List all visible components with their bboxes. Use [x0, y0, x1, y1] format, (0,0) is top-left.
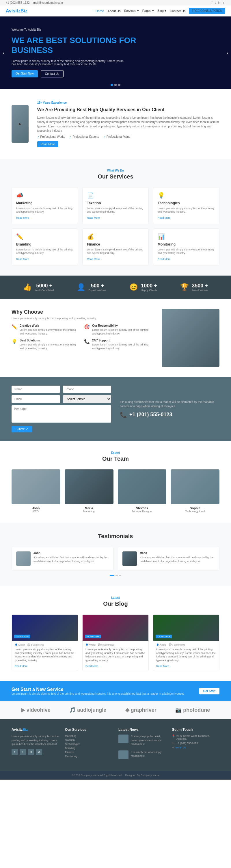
- social-links[interactable]: f t in yt: [210, 1, 225, 4]
- footer-linkedin[interactable]: in: [28, 749, 34, 755]
- thumbs-up-icon: 👍: [23, 283, 32, 291]
- blog-body-3: 👤 Avisitz 💬 7 Comments Lorem ipsum is si…: [153, 641, 219, 671]
- testi-dot-2[interactable]: [116, 575, 118, 576]
- blog-badge-2: 08 Jan 2018: [85, 634, 101, 638]
- blog-author-2: 👤 Avisitz: [86, 644, 96, 646]
- blog-link-1[interactable]: Read More: [15, 665, 28, 668]
- nav-about[interactable]: About Us: [107, 9, 121, 13]
- email-input[interactable]: [11, 395, 60, 403]
- about-section: ▶ 15+ Years Experience We Are Providing …: [0, 89, 231, 159]
- blog-link-2[interactable]: Read More: [86, 665, 98, 668]
- blog-meta-2: 👤 Avisitz 💬 5 Comments: [86, 644, 145, 646]
- hero-dot-1[interactable]: [110, 84, 113, 86]
- hero-dot-3[interactable]: [118, 84, 121, 86]
- cta-button[interactable]: Get Start: [199, 688, 220, 694]
- blog-comments-1: 💬 3 Comments: [27, 644, 44, 646]
- footer-youtube[interactable]: yt: [36, 749, 42, 755]
- service-card-finance: 💰 Finance Lorem ipsum is simply dummy te…: [82, 228, 149, 266]
- service-link-taxation[interactable]: Read More: [87, 216, 100, 219]
- footer-phone: 📞 +1 (201) 555-0123: [172, 742, 220, 745]
- footer-news-2: It is simply not what simply random text…: [119, 750, 166, 760]
- play-button[interactable]: ▶: [19, 122, 21, 126]
- footer-twitter[interactable]: t: [20, 749, 26, 755]
- team-name-stevens: Stevens: [118, 506, 167, 510]
- testimonial-content-john: John It is a long established fact that …: [33, 551, 109, 566]
- testi-dot-1[interactable]: [110, 575, 114, 576]
- youtube-link[interactable]: yt: [223, 1, 225, 4]
- name-input[interactable]: [11, 385, 60, 393]
- facebook-link[interactable]: f: [212, 1, 212, 4]
- branding-icon: ✏️: [16, 233, 73, 240]
- nav-blog[interactable]: Blog ▾: [157, 9, 166, 13]
- service-link-monitoring[interactable]: Read More: [158, 258, 171, 260]
- nav-contact[interactable]: Contact Us: [170, 9, 186, 13]
- cta-text: Get Start a New Service Lorem ipsum is s…: [11, 687, 185, 695]
- testimonial-content-maria: Maria It is a long established fact that…: [140, 551, 215, 566]
- phone-input[interactable]: [63, 385, 111, 393]
- hero-dots: [110, 84, 121, 86]
- service-link-marketing[interactable]: Read More: [16, 216, 29, 219]
- stat-awards: 🏆 3500 + Award Winner: [180, 283, 208, 292]
- submit-button[interactable]: Submit ✓: [11, 426, 32, 432]
- hero-pretitle: Welcome To Avisitz Biz: [11, 28, 127, 31]
- footer-news-image-2: [119, 750, 129, 759]
- footer-news-image-1: [119, 735, 129, 743]
- service-link-finance[interactable]: Read More: [87, 258, 100, 260]
- nav-cta-button[interactable]: FREE CONSULTATION: [189, 8, 225, 14]
- hero-dot-2[interactable]: [114, 84, 117, 86]
- nav-links: Home About Us Services ▾ Pages ▾ Blog ▾ …: [96, 8, 225, 14]
- hero-buttons: Get Start Now Contact Us: [11, 70, 220, 78]
- form-row-2: Select Service: [11, 395, 111, 403]
- service-select[interactable]: Select Service: [63, 395, 111, 403]
- blog-image-3: 12 Jan 2018: [153, 615, 219, 641]
- twitter-link[interactable]: t: [215, 1, 216, 4]
- hero-next-button[interactable]: ›: [226, 50, 228, 56]
- location-icon: 📍: [172, 735, 175, 740]
- nav-pages[interactable]: Pages ▾: [142, 9, 154, 13]
- footer-service-technologies: Technologies: [65, 743, 112, 746]
- service-link-branding[interactable]: Read More: [16, 258, 29, 260]
- blog-tag: Latest: [11, 596, 220, 599]
- footer-service-taxation: Taxation: [65, 739, 112, 742]
- team-role-stevens: Principal Designer: [118, 510, 167, 513]
- footer-phone-text: +1 (201) 555-0123: [176, 742, 198, 745]
- hero-prev-button[interactable]: ‹: [3, 50, 5, 56]
- stat-work: 👍 5000 + Work Completed: [23, 283, 54, 292]
- testi-dot-3[interactable]: [119, 575, 121, 576]
- why-item-responsibility-text: Our Responsibility Lorem ipsum is simply…: [92, 324, 153, 335]
- footer-bottom: © 2018 Company Name All Right Reserved D…: [0, 771, 231, 780]
- hero-start-button[interactable]: Get Start Now: [11, 70, 38, 78]
- stat-work-number: 5000 +: [35, 283, 54, 289]
- blog-desc-1: Lorem ipsum is simply dummy text of the …: [15, 648, 75, 662]
- footer-email-link[interactable]: Email Us: [175, 746, 186, 749]
- team-grid: John CEO Maria Marketing Stevens Princip…: [11, 469, 220, 513]
- footer-facebook[interactable]: f: [11, 749, 18, 755]
- stat-clients: 😊 1000 + Happy Clients: [129, 283, 157, 292]
- nav-home[interactable]: Home: [96, 9, 104, 13]
- stat-awards-label: Award Winner: [192, 289, 208, 292]
- about-readmore-button[interactable]: Read More: [37, 141, 58, 147]
- blog-link-3[interactable]: Read More: [156, 665, 169, 668]
- footer-services-list: Marketing Taxation Technologies Branding…: [65, 735, 112, 758]
- testimonials-section: Testimonials John It is a long establish…: [0, 523, 231, 586]
- address-text: 25 S, Street West, Melboure, Australia: [176, 735, 220, 740]
- hero-contact-button[interactable]: Contact Us: [41, 70, 64, 78]
- testimonials-title: Testimonials: [11, 533, 220, 539]
- cta-subtitle: Lorem ipsum is simply dummy text of the …: [11, 692, 185, 695]
- team-tag: Expert: [11, 451, 220, 454]
- team-section: Expert Our Team John CEO Maria Marketing…: [0, 441, 231, 523]
- footer-service-branding: Branding: [65, 747, 112, 750]
- nav-services[interactable]: Services ▾: [124, 9, 139, 13]
- linkedin-link[interactable]: in: [218, 1, 221, 4]
- person-icon: 👤: [77, 283, 86, 291]
- message-input[interactable]: [11, 405, 111, 423]
- service-desc-technologies: Lorem ipsum is simply dummy text of the …: [158, 207, 215, 214]
- footer-news-col: Latest News Contrary to popular belief, …: [119, 727, 166, 762]
- why-item-support-title: 24/7 Support: [92, 339, 153, 342]
- service-link-technologies[interactable]: Read More: [158, 216, 171, 219]
- blog-desc-3: Lorem ipsum is simply dummy text of the …: [156, 648, 216, 662]
- blog-header: Latest Our Blog: [11, 596, 220, 607]
- why-item-creative-title: Creative Work: [20, 324, 80, 327]
- hero-title-line1: WE ARE BEST SOLUTIONS FORBUSINESS: [11, 36, 136, 55]
- contact-phone: +1 (201) 555-0123: [129, 412, 172, 418]
